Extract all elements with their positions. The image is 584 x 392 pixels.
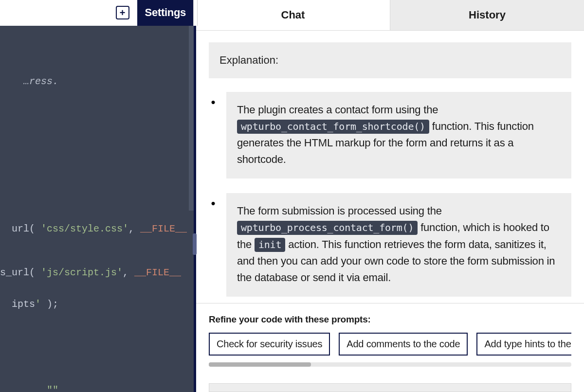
text: The plugin creates a contact form using … — [237, 104, 438, 116]
bullet-icon: • — [209, 193, 218, 296]
prompt-row: Check for security issues Add comments t… — [209, 333, 571, 356]
explanation-heading-text: Explanation: — [219, 54, 278, 66]
code-token: wpturbo_contact_form_shortcode() — [237, 120, 429, 134]
explanation-heading: Explanation: — [209, 42, 571, 78]
settings-button[interactable]: Settings — [137, 0, 194, 26]
prompt-security[interactable]: Check for security issues — [209, 333, 330, 356]
code-area[interactable]: …ress. url( 'css/style.css', __FILE__ s_… — [0, 26, 194, 392]
scrollbar-thumb[interactable] — [209, 362, 311, 367]
code-line: …ress. — [0, 74, 194, 89]
code-line: url( 'css/style.css', __FILE__ — [0, 222, 194, 236]
pane-resize-handle[interactable] — [194, 0, 196, 392]
chat-tabbar: Chat History — [196, 0, 584, 31]
chat-input[interactable] — [209, 383, 571, 392]
new-file-button[interactable]: + — [116, 6, 129, 19]
code-token: init — [255, 238, 285, 252]
chat-pane: Chat History Explanation: • The plugin c… — [196, 0, 584, 392]
refine-label: Refine your code with these prompts: — [209, 314, 571, 325]
code-line: s_url( 'js/script.js', __FILE__ — [0, 266, 194, 280]
tab-chat-label: Chat — [281, 9, 305, 21]
explanation-item-text: The form submission is processed using t… — [226, 193, 571, 296]
plus-icon: + — [120, 8, 126, 18]
prompt-typehints[interactable]: Add type hints to the code — [476, 333, 571, 356]
code-token: wpturbo_process_contact_form() — [237, 221, 418, 235]
code-vertical-scrollbar[interactable] — [189, 26, 194, 211]
tab-history-label: History — [469, 9, 506, 21]
tab-chat[interactable]: Chat — [196, 0, 390, 30]
explanation-item-text: The plugin creates a contact form using … — [226, 92, 571, 178]
explanation-item: • The form submission is processed using… — [209, 193, 571, 296]
settings-label: Settings — [145, 6, 186, 19]
code-line: ipts' ); — [0, 297, 194, 312]
explanation-item: • The plugin creates a contact form usin… — [209, 92, 571, 178]
refine-section: Refine your code with these prompts: Che… — [196, 303, 584, 375]
prompt-horizontal-scrollbar[interactable] — [209, 362, 571, 367]
code-line: "" — [0, 383, 194, 392]
tab-history[interactable]: History — [390, 0, 584, 30]
text: The form submission is processed using t… — [237, 205, 442, 217]
code-text: …ress. — [23, 76, 58, 87]
editor-topbar: + Settings — [0, 0, 194, 26]
bullet-icon: • — [209, 92, 218, 178]
chat-body: Explanation: • The plugin creates a cont… — [196, 31, 584, 304]
prompt-comments[interactable]: Add comments to the code — [339, 333, 468, 356]
code-editor-pane: + Settings …ress. url( 'css/style.css', … — [0, 0, 194, 392]
